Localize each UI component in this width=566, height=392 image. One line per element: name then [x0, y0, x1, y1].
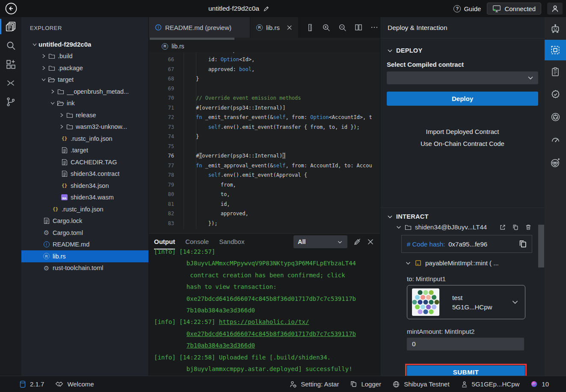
- ruler-icon[interactable]: [306, 24, 314, 32]
- activity-clipboard-button[interactable]: [545, 60, 566, 83]
- interact-section-header[interactable]: INTERACT: [380, 213, 545, 220]
- explorer-item[interactable]: {}.rustc_info.json: [21, 203, 148, 215]
- activity-deploy-button[interactable]: [545, 40, 566, 60]
- explorer-item[interactable]: CACHEDIR.TAG: [21, 156, 148, 168]
- edit-title-pencil-icon[interactable]: [263, 6, 270, 12]
- mint-amount-input[interactable]: [407, 338, 524, 350]
- log-filter-select[interactable]: All: [293, 235, 347, 248]
- setting-status[interactable]: Setting: Astar: [289, 380, 339, 388]
- account-select[interactable]: test 5G1G...HCpw: [407, 285, 525, 319]
- avatar[interactable]: [547, 3, 563, 15]
- log-link[interactable]: https://polkaholic.io/tx/: [219, 318, 309, 325]
- explorer-item[interactable]: {}.rustc_info.json: [21, 133, 148, 145]
- code-line: 83 });: [149, 219, 380, 229]
- import-deployed-contract-link[interactable]: Import Deployed Contract: [380, 128, 545, 135]
- activity-search-button[interactable]: [0, 36, 21, 55]
- connected-status-button[interactable]: Connected: [487, 3, 541, 15]
- log-link[interactable]: 7b10ab384a3e3d366d0: [187, 342, 255, 349]
- network-status[interactable]: Shibuya Testnet: [392, 380, 449, 388]
- activity-robot-button[interactable]: [545, 17, 566, 40]
- explorer-item[interactable]: ⚙rust-toolchain.toml: [21, 262, 148, 274]
- more-actions-icon[interactable]: [370, 23, 379, 32]
- explorer-item[interactable]: Cargo.lock: [21, 215, 148, 227]
- tab-readme[interactable]: README.md (preview): [149, 17, 250, 38]
- welcome-button[interactable]: Welcome: [55, 380, 94, 388]
- explorer-item-label: shiden34.contract: [71, 170, 119, 177]
- explorer-item-label: ink: [67, 100, 75, 107]
- submit-button[interactable]: SUBMIT: [407, 365, 525, 376]
- activity-badge-button[interactable]: [545, 83, 566, 106]
- panel-scrollbar[interactable]: [538, 225, 544, 267]
- breadcrumb[interactable]: R lib.rs: [149, 40, 380, 52]
- activity-explorer-button[interactable]: [0, 17, 21, 36]
- clear-output-icon[interactable]: [353, 238, 361, 246]
- tab-scrollbar[interactable]: [150, 38, 234, 40]
- activity-source-control-button[interactable]: [0, 92, 21, 111]
- trash-icon[interactable]: [525, 224, 532, 231]
- activity-gauge-button[interactable]: [545, 128, 566, 151]
- use-onchain-code-link[interactable]: Use On-Chain Contract Code: [380, 140, 545, 147]
- split-editor-icon[interactable]: [354, 23, 363, 32]
- compiled-contract-select[interactable]: [387, 71, 538, 84]
- activity-extensions-button[interactable]: [0, 55, 21, 74]
- code-editor[interactable]: 65 #[ink(topic)]66 id: Option<Id>,67 app…: [149, 52, 380, 233]
- copy-hash-icon[interactable]: [518, 239, 527, 249]
- mint-amount-label: mintAmount: MintInput2: [407, 328, 545, 335]
- activity-openai-button[interactable]: [545, 106, 566, 128]
- explorer-item-label: Cargo.toml: [53, 229, 83, 236]
- explorer-item[interactable]: target: [21, 74, 148, 86]
- explorer-item[interactable]: release: [21, 109, 148, 121]
- chevron-down-icon: [40, 77, 47, 83]
- open-external-icon[interactable]: [499, 224, 506, 231]
- zoom-in-icon[interactable]: [322, 23, 331, 32]
- explorer-item[interactable]: untitled-f29d2c0a: [21, 39, 148, 50]
- tab-sandbox[interactable]: Sandbox: [219, 234, 244, 249]
- explorer-item[interactable]: {}shiden34.json: [21, 180, 148, 192]
- explorer-item[interactable]: ink: [21, 98, 148, 110]
- explorer-item[interactable]: .package: [21, 62, 148, 74]
- balance-indicator[interactable]: 10: [530, 380, 549, 388]
- rust-icon: R: [256, 24, 263, 31]
- log-line: 0xe27bdcd6416d66074c845b8f36d01717db7c7c…: [149, 293, 380, 305]
- chevron-right-icon: [49, 89, 56, 95]
- rust-icon: R: [42, 253, 50, 259]
- account-status[interactable]: 5G1GEp...HCpw: [461, 380, 520, 388]
- explorer-item[interactable]: shiden34.contract: [21, 168, 148, 180]
- explorer-item[interactable]: Rlib.rs: [21, 250, 148, 262]
- close-tab-icon[interactable]: [287, 25, 292, 30]
- back-arrow-icon: [5, 2, 18, 15]
- explorer-item[interactable]: __openbrush_metad...: [21, 86, 148, 98]
- guide-button[interactable]: ? Guide: [453, 5, 481, 12]
- explorer-item[interactable]: iREADME.md: [21, 239, 148, 251]
- explorer-item[interactable]: .target: [21, 145, 148, 157]
- close-panel-icon[interactable]: [367, 238, 374, 245]
- zoom-out-icon[interactable]: [338, 23, 347, 32]
- explorer-item[interactable]: ⚙Cargo.toml: [21, 227, 148, 239]
- output-panel: Output Console Sandbox All [info] [14:22…: [149, 233, 380, 376]
- logger-button[interactable]: Logger: [350, 380, 381, 388]
- rust-icon: R: [162, 43, 168, 50]
- explorer-item[interactable]: .build: [21, 50, 148, 62]
- certificate-icon: [550, 89, 561, 100]
- copy-icon[interactable]: [512, 224, 519, 231]
- explorer-item[interactable]: WAshiden34.wasm: [21, 192, 148, 204]
- log-link[interactable]: 0xe27bdcd6416d66074c845b8f36d01717db7c7c…: [187, 330, 356, 337]
- explorer-item[interactable]: wasm32-unknow...: [21, 121, 148, 133]
- deployed-contract-row[interactable]: shiden34@bJ8uyv...LT44: [380, 223, 545, 231]
- activity-coolface-button[interactable]: [545, 151, 566, 174]
- collapse-arrows-icon: [6, 78, 16, 88]
- back-button[interactable]: [5, 2, 18, 15]
- code-line: 76 #[overrider(psp34::Internal)]: [149, 151, 380, 161]
- code-line: 80 to,: [149, 190, 380, 199]
- file-tree: untitled-f29d2c0a.build.packagetarget__o…: [21, 39, 148, 274]
- file-icon: [60, 147, 68, 154]
- code-line: 81 id,: [149, 199, 380, 209]
- deploy-button[interactable]: Deploy: [387, 92, 538, 106]
- activity-collapse-button[interactable]: [0, 74, 21, 92]
- deploy-section-header[interactable]: DEPLOY: [380, 47, 545, 54]
- explorer-item-label: shiden34.wasm: [71, 194, 114, 201]
- tab-librs[interactable]: R lib.rs: [250, 17, 299, 38]
- status-bar: 2.1.7 Welcome Setting: Asta: [0, 376, 566, 392]
- git-branch-icon: [6, 97, 16, 107]
- mint-method-row[interactable]: payableMintImpl::mint ( ...: [380, 259, 545, 267]
